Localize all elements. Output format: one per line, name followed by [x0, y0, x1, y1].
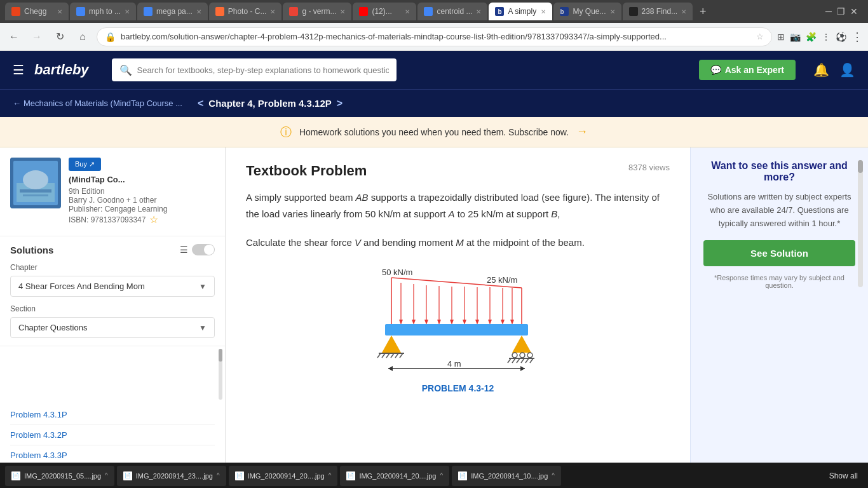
book-edition: 9th Edition: [69, 187, 215, 196]
favorite-star-icon[interactable]: ☆: [149, 214, 158, 226]
file-icon-2: 📄: [123, 471, 132, 480]
tab-close-chegg[interactable]: ✕: [57, 8, 62, 15]
section-dropdown[interactable]: Chapter Questions ▼: [10, 317, 215, 338]
taskbar-label-2: IMG_20200914_23....jpg: [136, 472, 213, 480]
problem-432p[interactable]: Problem 4.3.2P: [10, 425, 215, 445]
main-content: Textbook Problem 8378 views A simply sup…: [226, 147, 690, 463]
see-solution-button[interactable]: See Solution: [703, 240, 855, 266]
tab-mph[interactable]: mph to ... ✕: [70, 3, 136, 20]
extensions-icon[interactable]: ⊞: [777, 32, 785, 42]
problem-431p[interactable]: Problem 4.3.1P: [10, 405, 215, 425]
buy-button[interactable]: Buy ↗: [69, 158, 101, 171]
star-bookmark-icon[interactable]: ☆: [756, 32, 764, 41]
football-icon[interactable]: ⚽: [836, 32, 846, 42]
tab-chegg[interactable]: Chegg ✕: [5, 3, 69, 20]
tab-youtube[interactable]: (12)... ✕: [353, 3, 416, 20]
section-value: Chapter Questions: [18, 323, 87, 332]
tab-photo-label: Photo - C...: [228, 7, 267, 16]
svg-marker-10: [399, 320, 403, 325]
taskbar-chevron-2[interactable]: ^: [217, 472, 220, 479]
tab-close-238find[interactable]: ✕: [681, 8, 686, 15]
tab-close-asimply[interactable]: ✕: [541, 8, 546, 15]
tab-close-photo[interactable]: ✕: [270, 8, 275, 15]
breadcrumb-nav: ← Mechanics of Materials (MindTap Course…: [0, 89, 868, 117]
svg-line-32: [386, 353, 390, 358]
svg-line-44: [526, 358, 529, 363]
tab-238find[interactable]: 238 Find... ✕: [623, 3, 693, 20]
tab-mph-label: mph to ...: [89, 7, 121, 16]
tab-close-centroid[interactable]: ✕: [476, 8, 481, 15]
svg-rect-5: [23, 194, 48, 196]
user-avatar-icon[interactable]: 👤: [839, 62, 855, 78]
tab-close-myques[interactable]: ✕: [610, 8, 615, 15]
right-panel: Want to see this answer and more? Soluti…: [690, 147, 868, 463]
tab-myques[interactable]: b My Que... ✕: [553, 3, 621, 20]
breadcrumb-back-link[interactable]: ← Mechanics of Materials (MindTap Course…: [13, 98, 182, 108]
tab-mega[interactable]: mega pa... ✕: [137, 3, 208, 20]
chapter-label: Chapter: [10, 263, 215, 272]
menu-icon[interactable]: ⋮: [851, 30, 863, 44]
settings-icon[interactable]: ⋮: [822, 32, 831, 42]
search-icon: 🔍: [119, 64, 132, 76]
hamburger-menu[interactable]: ☰: [13, 62, 24, 78]
taskbar-item-1[interactable]: 📄 IMG_20200915_05....jpg ^: [5, 466, 114, 486]
search-bar[interactable]: 🔍: [112, 58, 397, 81]
google3-favicon: [424, 7, 433, 16]
support-a: [382, 336, 401, 353]
puzzle-icon[interactable]: 🧩: [806, 32, 817, 42]
tab-photo[interactable]: Photo - C... ✕: [209, 3, 282, 20]
prev-chapter-button[interactable]: <: [198, 98, 203, 109]
sidebar: Buy ↗ (MindTap Co... 9th Edition Barry J…: [0, 147, 226, 463]
tab-gmail[interactable]: g - verm... ✕: [283, 3, 351, 20]
load-left-label: 50 kN/m: [382, 268, 412, 277]
ask-expert-button[interactable]: 💬 Ask an Expert: [699, 60, 796, 80]
subscription-banner: ⓘ Homework solutions you need when you n…: [0, 117, 868, 147]
next-chapter-button[interactable]: >: [337, 98, 342, 109]
banner-arrow-icon[interactable]: →: [576, 125, 588, 139]
file-icon-1: 📄: [11, 471, 20, 480]
tab-close-mega[interactable]: ✕: [196, 8, 201, 15]
restore-button[interactable]: ❐: [837, 6, 845, 17]
tab-close-mph[interactable]: ✕: [125, 8, 130, 15]
solutions-header: Solutions ☰: [10, 244, 215, 255]
minimize-button[interactable]: ─: [825, 6, 832, 17]
taskbar-item-4[interactable]: 📄 IMG_20200914_20....jpg ^: [340, 466, 449, 486]
svg-line-35: [400, 353, 403, 358]
show-all-button[interactable]: Show all: [824, 469, 863, 483]
svg-line-43: [521, 358, 524, 363]
tab-asimply[interactable]: b A simply ✕: [489, 3, 552, 20]
new-tab-button[interactable]: +: [694, 3, 712, 20]
tab-centroid[interactable]: centroid ... ✕: [417, 3, 487, 20]
svg-marker-48: [520, 366, 525, 371]
address-bar[interactable]: 🔒 bartleby.com/solution-answer/chapter-4…: [97, 27, 772, 46]
screenshot-icon[interactable]: 📷: [790, 32, 801, 42]
chapter-value: 4 Shear Forces And Bending Mom: [18, 281, 145, 291]
chapter-dropdown[interactable]: 4 Shear Forces And Bending Mom ▼: [10, 276, 215, 297]
tab-close-gmail[interactable]: ✕: [340, 8, 345, 15]
tab-238find-label: 238 Find...: [642, 7, 678, 16]
taskbar-chevron-1[interactable]: ^: [105, 472, 108, 479]
search-input[interactable]: [137, 65, 389, 75]
problem-433p[interactable]: Problem 4.3.3P: [10, 445, 215, 463]
taskbar-item-5[interactable]: 📄 IMG_20200914_10....jpg ^: [452, 466, 561, 486]
google-favicon: [76, 7, 85, 16]
taskbar-item-3[interactable]: 📄 IMG_20200914_20....jpg ^: [229, 466, 338, 486]
close-button[interactable]: ✕: [850, 6, 858, 17]
tab-close-youtube[interactable]: ✕: [405, 8, 410, 15]
toolbar-icons: ⊞ 📷 🧩 ⋮ ⚽ ⋮: [777, 30, 863, 44]
taskbar-item-2[interactable]: 📄 IMG_20200914_23....jpg ^: [117, 466, 226, 486]
taskbar-chevron-3[interactable]: ^: [329, 472, 332, 479]
home-button[interactable]: ⌂: [74, 28, 92, 46]
toggle-switch[interactable]: [192, 244, 215, 255]
notification-bell-icon[interactable]: 🔔: [813, 62, 829, 78]
forward-button[interactable]: →: [28, 28, 46, 46]
back-button[interactable]: ←: [5, 28, 23, 46]
book-info-panel: Buy ↗ (MindTap Co... 9th Edition Barry J…: [0, 147, 225, 236]
chapter-dropdown-arrow: ▼: [199, 282, 207, 291]
svg-line-31: [382, 353, 385, 358]
file-icon-3: 📄: [235, 471, 244, 480]
taskbar-chevron-5[interactable]: ^: [552, 472, 555, 479]
list-icon: ☰: [180, 245, 188, 255]
taskbar-chevron-4[interactable]: ^: [440, 472, 443, 479]
refresh-button[interactable]: ↻: [51, 28, 69, 46]
